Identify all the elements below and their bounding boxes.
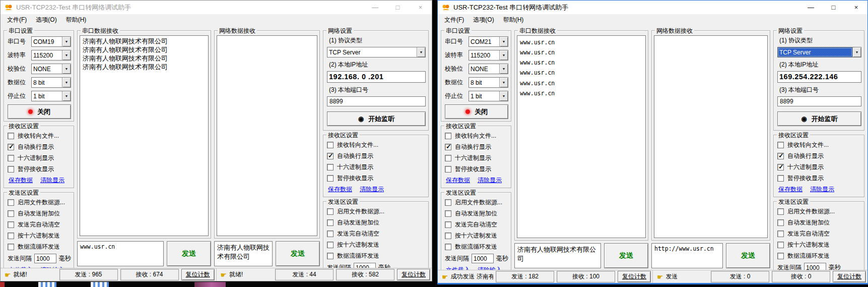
network-send-input[interactable]: 济南有人物联网技术有限公司 xyxy=(214,241,273,266)
link[interactable]: 保存数据 xyxy=(778,185,803,194)
checkbox[interactable] xyxy=(445,210,451,217)
maximize-button[interactable]: □ xyxy=(822,1,845,14)
checkbox[interactable] xyxy=(8,244,14,250)
checkbox-row[interactable]: 按十六进制发送 xyxy=(8,232,71,240)
checkbox-row[interactable]: 数据流循环发送 xyxy=(445,243,508,251)
dropdown[interactable]: COM19 ▼ xyxy=(31,36,71,47)
checkbox[interactable] xyxy=(327,253,333,259)
chevron-down-icon[interactable]: ▼ xyxy=(417,47,425,57)
checkbox-row[interactable]: 启用文件数据源... xyxy=(8,198,71,207)
link[interactable]: 保存数据 xyxy=(446,176,470,185)
dropdown[interactable]: 1 bit ▼ xyxy=(31,91,71,101)
menu-item[interactable]: 帮助(H) xyxy=(499,15,528,25)
checkbox[interactable] xyxy=(445,155,451,161)
checkbox-row[interactable]: 暂停接收显示 xyxy=(327,174,426,183)
checkbox-row[interactable]: 按十六进制发送 xyxy=(327,241,426,249)
checkbox-row[interactable]: 自动换行显示 xyxy=(327,152,426,160)
checkbox-row[interactable]: 启用文件数据源... xyxy=(777,207,861,216)
checkbox-row[interactable]: 自动换行显示 xyxy=(8,143,71,151)
start-listen-button[interactable]: ◉ 开始监听 xyxy=(777,111,861,126)
minimize-button[interactable]: — xyxy=(799,1,822,14)
reset-count-button[interactable]: 复位计数 xyxy=(833,271,866,282)
menu-item[interactable]: 选项(O) xyxy=(469,15,498,25)
link[interactable]: 保存数据 xyxy=(9,176,33,185)
checkbox-row[interactable]: 发送完自动清空 xyxy=(445,220,508,229)
minimize-button[interactable]: — xyxy=(364,1,386,14)
checkbox-row[interactable]: 接收转向文件... xyxy=(777,141,861,149)
start-listen-button[interactable]: ◉ 开始监听 xyxy=(327,111,426,126)
menu-item[interactable]: 文件(F) xyxy=(3,15,31,25)
checkbox-row[interactable]: 启用文件数据源... xyxy=(445,198,508,207)
local-port-input[interactable]: 8899 xyxy=(327,96,426,106)
interval-input[interactable]: 1000 xyxy=(34,254,56,263)
checkbox[interactable] xyxy=(777,242,784,248)
checkbox-row[interactable]: 自动换行显示 xyxy=(777,152,861,160)
network-send-button[interactable]: 发送 xyxy=(276,241,320,266)
titlebar[interactable]: USR-TCP232-Test 串口转网络调试助手 — □ × xyxy=(1,1,432,14)
dropdown[interactable]: 8 bit ▼ xyxy=(31,77,71,88)
checkbox-row[interactable]: 自动发送附加位 xyxy=(777,218,861,227)
chevron-down-icon[interactable]: ▼ xyxy=(62,50,71,60)
checkbox[interactable] xyxy=(777,219,784,226)
protocol-dropdown[interactable]: TCP Server ▼ xyxy=(327,47,426,58)
checkbox[interactable] xyxy=(445,244,451,250)
chevron-down-icon[interactable]: ▼ xyxy=(499,64,508,74)
link[interactable]: 文件载入 xyxy=(446,266,470,270)
checkbox-row[interactable]: 自动发送附加位 xyxy=(327,218,426,227)
checkbox[interactable] xyxy=(8,210,14,217)
close-button[interactable]: × xyxy=(845,1,867,14)
menu-item[interactable]: 帮助(H) xyxy=(61,15,91,25)
checkbox-row[interactable]: 发送完自动清空 xyxy=(327,229,426,238)
network-send-input[interactable]: http://www.usr.cn xyxy=(651,243,723,268)
checkbox[interactable] xyxy=(8,144,14,150)
chevron-down-icon[interactable]: ▼ xyxy=(62,78,71,87)
checkbox-row[interactable]: 自动发送附加位 xyxy=(445,209,508,218)
checkbox[interactable] xyxy=(777,253,784,259)
checkbox-row[interactable]: 发送完自动清空 xyxy=(777,229,861,238)
checkbox-row[interactable]: 暂停接收显示 xyxy=(8,165,71,174)
link[interactable]: 清除输入 xyxy=(478,266,502,270)
link[interactable]: 清除显示 xyxy=(478,176,502,185)
serial-recv-area[interactable]: www.usr.cn www.usr.cn www.usr.cn www.usr… xyxy=(517,35,646,238)
checkbox-row[interactable]: 十六进制显示 xyxy=(8,154,71,162)
chevron-down-icon[interactable]: ▼ xyxy=(62,37,71,46)
checkbox[interactable] xyxy=(8,155,14,161)
link[interactable]: 清除显示 xyxy=(40,176,64,185)
dropdown[interactable]: 115200 ▼ xyxy=(469,50,508,61)
interval-input[interactable]: 1000 xyxy=(804,263,826,270)
link[interactable]: 保存数据 xyxy=(328,185,352,194)
checkbox[interactable] xyxy=(777,208,784,215)
local-port-input[interactable]: 8899 xyxy=(777,96,861,106)
checkbox[interactable] xyxy=(445,199,451,206)
checkbox[interactable] xyxy=(327,153,333,159)
checkbox[interactable] xyxy=(445,221,451,228)
checkbox-row[interactable]: 自动发送附加位 xyxy=(8,209,71,218)
menu-item[interactable]: 选项(O) xyxy=(31,15,61,25)
serial-send-button[interactable]: 发送 xyxy=(167,241,211,266)
checkbox[interactable] xyxy=(327,164,333,170)
dropdown[interactable]: NONE ▼ xyxy=(31,64,71,74)
reset-count-button[interactable]: 复位计数 xyxy=(397,269,430,280)
checkbox[interactable] xyxy=(8,199,14,206)
dropdown[interactable]: 1 bit ▼ xyxy=(469,91,508,101)
checkbox-row[interactable]: 十六进制显示 xyxy=(327,163,426,171)
checkbox-row[interactable]: 数据流循环发送 xyxy=(777,252,861,260)
checkbox[interactable] xyxy=(8,166,14,173)
checkbox[interactable] xyxy=(777,164,784,170)
serial-recv-area[interactable]: 济南有人物联网技术有限公司 济南有人物联网技术有限公司 济南有人物联网技术有限公… xyxy=(80,35,209,236)
checkbox-row[interactable]: 启用文件数据源... xyxy=(327,207,426,216)
protocol-dropdown[interactable]: TCP Server ▼ xyxy=(777,47,861,58)
checkbox[interactable] xyxy=(445,133,451,139)
chevron-down-icon[interactable]: ▼ xyxy=(499,78,508,87)
checkbox-row[interactable]: 接收转向文件... xyxy=(327,141,426,149)
checkbox[interactable] xyxy=(8,233,14,239)
chevron-down-icon[interactable]: ▼ xyxy=(62,64,71,74)
close-port-button[interactable]: 关闭 xyxy=(8,104,71,119)
checkbox-row[interactable]: 数据流循环发送 xyxy=(327,252,426,260)
local-ip-input[interactable]: 169.254.222.146 xyxy=(777,71,861,83)
dropdown[interactable]: 115200 ▼ xyxy=(31,50,71,61)
close-port-button[interactable]: 关闭 xyxy=(445,104,508,119)
local-ip-input[interactable]: 192.168. 0 .201 xyxy=(327,71,426,83)
titlebar[interactable]: USR-TCP232-Test 串口转网络调试助手 — □ × xyxy=(438,1,867,14)
chevron-down-icon[interactable]: ▼ xyxy=(852,47,861,57)
